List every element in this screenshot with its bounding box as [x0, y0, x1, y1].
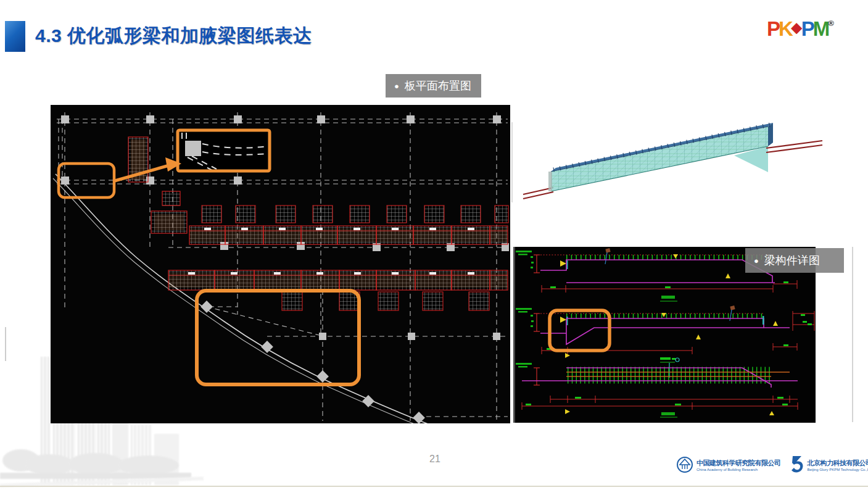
pane-divider	[511, 122, 513, 202]
beam-3d-view	[521, 114, 830, 216]
logo-letter: P	[801, 17, 813, 40]
pkpm-logo: PK◆PM®	[767, 19, 834, 39]
bullet-icon: ●	[394, 81, 399, 91]
logo-letter: M	[813, 17, 829, 40]
beam-detail-panel	[513, 247, 816, 423]
presentation-slide: 4.3 优化弧形梁和加腋梁图纸表达 PK◆PM® ● 板平面布置图 ● 梁构件详…	[0, 0, 868, 490]
company-logo-cabr: 中国建筑科学研究院有限公司 China Academy of Building …	[676, 456, 781, 473]
bullet-icon: ●	[754, 256, 759, 265]
plan-caption: ● 板平面布置图	[386, 74, 481, 98]
company-name-cn: 中国建筑科学研究院有限公司	[696, 459, 781, 468]
detail-caption-label: 梁构件详图	[764, 253, 820, 268]
registered-mark: ®	[828, 19, 834, 28]
company-logo-glory: 北京构力科技有限公司 Beijing Glory PKPM Technology…	[790, 455, 868, 474]
footer-logos: 中国建筑科学研究院有限公司 China Academy of Building …	[676, 455, 868, 474]
page-number: 21	[410, 454, 460, 465]
callout-interior	[178, 130, 270, 171]
watermark-antenna	[5, 327, 6, 361]
slab-plan-drawing	[51, 105, 510, 423]
beam-3d-drawing	[521, 114, 830, 216]
slide-bottom-rule	[0, 486, 868, 487]
rebar-right	[766, 141, 822, 152]
logo-diamond-icon: ◆	[792, 20, 801, 35]
slab-plan-panel	[51, 105, 510, 423]
beam-detail-drawing	[513, 247, 816, 423]
page-title: 4.3 优化弧形梁和加腋梁图纸表达	[35, 23, 312, 49]
plan-caption-label: 板平面布置图	[405, 78, 471, 93]
viewport-edge	[513, 247, 515, 423]
cabr-logo-icon	[676, 456, 693, 473]
logo-letter: K	[779, 17, 792, 40]
logo-letter: P	[767, 17, 779, 40]
glory-logo-icon	[790, 455, 804, 474]
company-name-cn: 北京构力科技有限公司	[808, 459, 868, 468]
detail-caption: ● 梁构件详图	[745, 248, 844, 273]
company-name-en: China Academy of Building Research	[696, 468, 781, 471]
company-name-en: Beijing Glory PKPM Technology Co.,Ltd.	[808, 468, 868, 471]
title-accent-square	[5, 21, 25, 52]
right-edge-line	[852, 247, 853, 422]
